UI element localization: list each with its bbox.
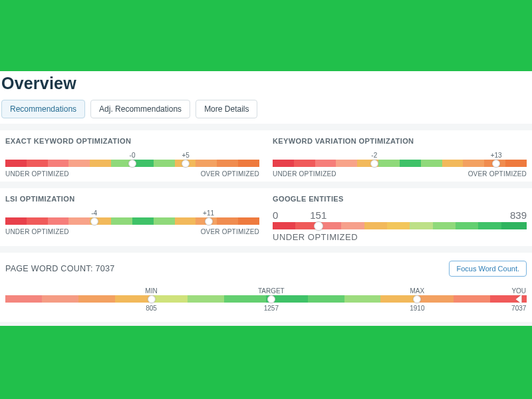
gauge-segment: [48, 160, 69, 167]
gauge-segment: [68, 160, 90, 167]
row-1: EXACT KEYWORD OPTIMIZATION -0+5 UNDER OP…: [0, 130, 532, 182]
marker-row: -2+13: [273, 152, 527, 160]
gauge-segment: [273, 222, 295, 229]
row-2: LSI OPTIMIZATION -4+11 UNDER OPTIMIZED O…: [0, 188, 532, 246]
gauge-segment: [188, 295, 224, 303]
tabs: RecommendationsAdj. RecommendationsMore …: [0, 100, 532, 124]
under-label: UNDER OPTIMIZED: [5, 170, 69, 178]
card-lsi: LSI OPTIMIZATION -4+11 UNDER OPTIMIZED O…: [5, 195, 259, 242]
card-google-entities: GOOGLE ENTITIES 0 151 839 UNDER OPTIMIZE…: [273, 195, 527, 242]
over-label: OVER OPTIMIZED: [468, 170, 527, 178]
gauge-segment: [90, 160, 111, 167]
tab-more-details[interactable]: More Details: [196, 100, 257, 118]
gauge-segment: [421, 160, 442, 167]
gauge-segment: [152, 295, 188, 303]
gauge-bar: [5, 295, 527, 303]
gauge-segment: [27, 217, 48, 225]
gauge-bar: [5, 160, 259, 167]
gauge-segment: [308, 295, 344, 303]
gauge-segment: [196, 160, 217, 167]
page-title: Overview: [0, 71, 532, 100]
gauge-segment: [387, 222, 410, 229]
marker-label: -4: [91, 209, 97, 217]
range-labels: UNDER OPTIMIZED OVER OPTIMIZED: [5, 228, 259, 235]
gauge-segment: [27, 160, 48, 167]
gauge-dot: [267, 295, 275, 303]
gauge-segment: [505, 160, 527, 167]
gauge-segment: [315, 160, 336, 167]
gauge-segment: [341, 222, 364, 229]
gauge-dot: [413, 295, 421, 303]
marker-label: -0: [130, 152, 136, 159]
gauge: 0 151 839 UNDER OPTIMIZED: [273, 209, 527, 242]
marker-label: +13: [491, 152, 502, 159]
gauge-segment: [154, 160, 175, 167]
gauge-segment: [175, 217, 196, 225]
gauge-dot: [370, 160, 378, 168]
gauge-segment: [344, 295, 381, 303]
gauge-segment: [78, 295, 115, 303]
gauge-segment: [410, 222, 432, 229]
gauge-segment: [217, 217, 238, 225]
gauge-segment: [68, 217, 90, 225]
gauge-dot: [314, 221, 323, 231]
gauge-segment: [5, 295, 42, 303]
marker-label: 1257: [264, 305, 279, 312]
entities-mid: 151: [310, 209, 327, 221]
entities-under-label: UNDER OPTIMIZED: [273, 232, 527, 242]
gauge-segment: [456, 222, 478, 229]
wc-value: 7037: [95, 264, 114, 273]
tab-recommendations[interactable]: Recommendations: [1, 100, 85, 118]
gauge-segment: [400, 160, 421, 167]
marker-label: +5: [182, 152, 190, 159]
marker-label: MAX: [410, 287, 425, 295]
card-exact-keyword: EXACT KEYWORD OPTIMIZATION -0+5 UNDER OP…: [5, 137, 259, 178]
gauge-dot: [90, 217, 98, 225]
gauge-segment: [478, 222, 501, 229]
focus-word-count-button[interactable]: Focus Word Count.: [449, 261, 527, 277]
gauge-segment: [42, 295, 78, 303]
marker-label: TARGET: [258, 287, 285, 295]
marker-label: 805: [146, 305, 157, 312]
gauge-bar: [5, 217, 259, 225]
wc-title-prefix: PAGE WORD COUNT:: [5, 264, 95, 273]
card-title: GOOGLE ENTITIES: [273, 195, 527, 203]
range-labels: UNDER OPTIMIZED OVER OPTIMIZED: [273, 170, 527, 178]
you-marker: [516, 295, 522, 304]
marker-label: YOU: [511, 287, 526, 295]
marker-label: 7037: [511, 305, 526, 312]
gauge-segment: [111, 217, 132, 225]
gauge-segment: [380, 295, 417, 303]
gauge-dot: [128, 160, 136, 168]
card-title: KEYWORD VARIATION OPTIMIZATION: [273, 137, 527, 145]
marker-row: -4+11: [5, 209, 259, 217]
gauge-segment: [154, 217, 175, 225]
card-title: LSI OPTIMIZATION: [5, 195, 259, 203]
marker-label: 1910: [410, 305, 424, 312]
gauge-segment: [238, 217, 259, 225]
gauge-segment: [132, 217, 154, 225]
sections: EXACT KEYWORD OPTIMIZATION -0+5 UNDER OP…: [0, 124, 532, 326]
range-labels: UNDER OPTIMIZED OVER OPTIMIZED: [5, 170, 259, 178]
gauge-segment: [5, 160, 27, 167]
tab-adj-recommendations[interactable]: Adj. Recommendations: [90, 100, 190, 118]
gauge-segment: [115, 295, 152, 303]
gauge-segment: [364, 222, 387, 229]
gauge-dot: [492, 160, 500, 168]
gauge-segment: [294, 160, 315, 167]
card-keyword-variation: KEYWORD VARIATION OPTIMIZATION -2+13 UND…: [273, 137, 527, 178]
gauge-dot: [205, 217, 213, 225]
gauge-segment: [238, 160, 259, 167]
entities-end: 839: [510, 209, 527, 221]
marker-row-top: MINTARGETMAXYOU: [5, 287, 527, 295]
entities-range-labels: 0 151 839: [273, 209, 527, 221]
gauge-segment: [378, 160, 400, 167]
marker-row: -0+5: [5, 152, 259, 160]
over-label: OVER OPTIMIZED: [201, 170, 259, 178]
gauge: MINTARGETMAXYOU 805125719107037: [5, 287, 527, 313]
under-label: UNDER OPTIMIZED: [5, 228, 69, 235]
gauge-segment: [417, 295, 454, 303]
gauge-segment: [501, 222, 527, 229]
gauge-dot: [182, 160, 190, 168]
marker-label: MIN: [145, 287, 157, 295]
